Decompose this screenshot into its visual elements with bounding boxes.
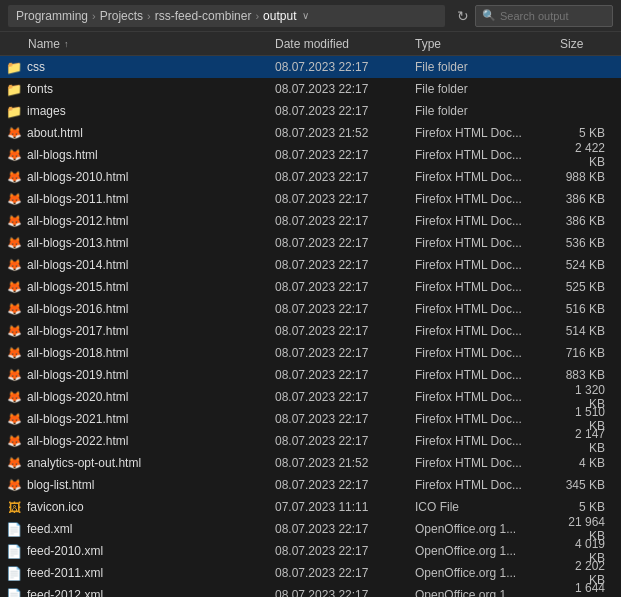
file-name-cell: 🦊 all-blogs.html [0, 147, 275, 163]
file-name: all-blogs-2019.html [27, 368, 128, 382]
col-header-size[interactable]: Size [560, 37, 621, 51]
file-type: Firefox HTML Doc... [415, 434, 560, 448]
file-name-cell: 🦊 blog-list.html [0, 477, 275, 493]
table-row[interactable]: 📄 feed.xml 08.07.2023 22:17 OpenOffice.o… [0, 518, 621, 540]
html-icon: 🦊 [6, 389, 22, 405]
file-name-cell: 🦊 all-blogs-2015.html [0, 279, 275, 295]
file-name: all-blogs-2011.html [27, 192, 128, 206]
file-type: ICO File [415, 500, 560, 514]
table-row[interactable]: 🖼 favicon.ico 07.07.2023 11:11 ICO File … [0, 496, 621, 518]
file-date: 08.07.2023 22:17 [275, 60, 415, 74]
sort-arrow-icon: ↑ [64, 39, 69, 49]
html-icon: 🦊 [6, 323, 22, 339]
file-date: 08.07.2023 21:52 [275, 126, 415, 140]
chevron-down-icon[interactable]: ∨ [302, 10, 309, 21]
column-headers: Name ↑ Date modified Type Size [0, 32, 621, 56]
html-icon: 🦊 [6, 455, 22, 471]
col-header-date[interactable]: Date modified [275, 37, 415, 51]
breadcrumb-projects[interactable]: Projects [100, 9, 143, 23]
breadcrumb-output[interactable]: output [263, 9, 296, 23]
html-icon: 🦊 [6, 279, 22, 295]
breadcrumb-sep-0: › [92, 10, 96, 22]
table-row[interactable]: 🦊 all-blogs-2015.html 08.07.2023 22:17 F… [0, 276, 621, 298]
file-name-cell: 📁 images [0, 103, 275, 119]
file-date: 08.07.2023 22:17 [275, 280, 415, 294]
file-type: Firefox HTML Doc... [415, 412, 560, 426]
file-name-cell: 🦊 all-blogs-2014.html [0, 257, 275, 273]
col-header-name[interactable]: Name ↑ [0, 37, 275, 51]
refresh-button[interactable]: ↻ [451, 8, 475, 24]
table-row[interactable]: 🦊 all-blogs.html 08.07.2023 22:17 Firefo… [0, 144, 621, 166]
file-type: Firefox HTML Doc... [415, 214, 560, 228]
file-type: Firefox HTML Doc... [415, 368, 560, 382]
html-icon: 🦊 [6, 345, 22, 361]
html-icon: 🦊 [6, 191, 22, 207]
html-icon: 🦊 [6, 301, 22, 317]
file-date: 08.07.2023 22:17 [275, 258, 415, 272]
table-row[interactable]: 🦊 all-blogs-2017.html 08.07.2023 22:17 F… [0, 320, 621, 342]
file-name-cell: 🖼 favicon.ico [0, 499, 275, 515]
breadcrumb-rss[interactable]: rss-feed-combiner [155, 9, 252, 23]
breadcrumb-sep-2: › [255, 10, 259, 22]
folder-icon: 📁 [6, 81, 22, 97]
file-type: Firefox HTML Doc... [415, 126, 560, 140]
file-size: 5 KB [560, 126, 621, 140]
file-date: 08.07.2023 22:17 [275, 214, 415, 228]
search-box[interactable]: 🔍 [475, 5, 613, 27]
file-name-cell: 🦊 all-blogs-2012.html [0, 213, 275, 229]
file-date: 08.07.2023 21:52 [275, 456, 415, 470]
file-type: Firefox HTML Doc... [415, 324, 560, 338]
table-row[interactable]: 🦊 all-blogs-2016.html 08.07.2023 22:17 F… [0, 298, 621, 320]
file-name: feed-2010.xml [27, 544, 103, 558]
file-list: 📁 css 08.07.2023 22:17 File folder 📁 fon… [0, 56, 621, 597]
table-row[interactable]: 🦊 about.html 08.07.2023 21:52 Firefox HT… [0, 122, 621, 144]
file-size: 883 KB [560, 368, 621, 382]
file-name: feed-2012.xml [27, 588, 103, 597]
table-row[interactable]: 📄 feed-2011.xml 08.07.2023 22:17 OpenOff… [0, 562, 621, 584]
col-header-type[interactable]: Type [415, 37, 560, 51]
table-row[interactable]: 🦊 all-blogs-2014.html 08.07.2023 22:17 F… [0, 254, 621, 276]
file-name: all-blogs-2018.html [27, 346, 128, 360]
table-row[interactable]: 🦊 all-blogs-2018.html 08.07.2023 22:17 F… [0, 342, 621, 364]
file-date: 08.07.2023 22:17 [275, 412, 415, 426]
file-name-cell: 🦊 all-blogs-2011.html [0, 191, 275, 207]
table-row[interactable]: 🦊 all-blogs-2011.html 08.07.2023 22:17 F… [0, 188, 621, 210]
breadcrumb[interactable]: Programming › Projects › rss-feed-combin… [8, 5, 445, 27]
file-date: 08.07.2023 22:17 [275, 434, 415, 448]
file-size: 386 KB [560, 214, 621, 228]
file-name: all-blogs-2014.html [27, 258, 128, 272]
table-row[interactable]: 📁 images 08.07.2023 22:17 File folder [0, 100, 621, 122]
table-row[interactable]: 📁 css 08.07.2023 22:17 File folder [0, 56, 621, 78]
table-row[interactable]: 🦊 all-blogs-2021.html 08.07.2023 22:17 F… [0, 408, 621, 430]
table-row[interactable]: 🦊 analytics-opt-out.html 08.07.2023 21:5… [0, 452, 621, 474]
table-row[interactable]: 🦊 all-blogs-2013.html 08.07.2023 22:17 F… [0, 232, 621, 254]
search-input[interactable] [500, 10, 600, 22]
file-name-cell: 🦊 all-blogs-2021.html [0, 411, 275, 427]
file-size: 386 KB [560, 192, 621, 206]
file-date: 08.07.2023 22:17 [275, 544, 415, 558]
file-size: 536 KB [560, 236, 621, 250]
file-name-cell: 📁 css [0, 59, 275, 75]
table-row[interactable]: 🦊 all-blogs-2010.html 08.07.2023 22:17 F… [0, 166, 621, 188]
breadcrumb-programming[interactable]: Programming [16, 9, 88, 23]
table-row[interactable]: 🦊 all-blogs-2019.html 08.07.2023 22:17 F… [0, 364, 621, 386]
file-name: all-blogs-2021.html [27, 412, 128, 426]
table-row[interactable]: 📄 feed-2010.xml 08.07.2023 22:17 OpenOff… [0, 540, 621, 562]
file-name: feed.xml [27, 522, 72, 536]
file-name-cell: 🦊 all-blogs-2016.html [0, 301, 275, 317]
table-row[interactable]: 🦊 all-blogs-2012.html 08.07.2023 22:17 F… [0, 210, 621, 232]
file-size: 716 KB [560, 346, 621, 360]
file-date: 08.07.2023 22:17 [275, 148, 415, 162]
file-size: 1 644 KB [560, 581, 621, 597]
file-name-cell: 🦊 about.html [0, 125, 275, 141]
file-name: about.html [27, 126, 83, 140]
file-date: 07.07.2023 11:11 [275, 500, 415, 514]
file-name: favicon.ico [27, 500, 84, 514]
table-row[interactable]: 📁 fonts 08.07.2023 22:17 File folder [0, 78, 621, 100]
file-date: 08.07.2023 22:17 [275, 478, 415, 492]
table-row[interactable]: 🦊 all-blogs-2022.html 08.07.2023 22:17 F… [0, 430, 621, 452]
table-row[interactable]: 🦊 all-blogs-2020.html 08.07.2023 22:17 F… [0, 386, 621, 408]
table-row[interactable]: 📄 feed-2012.xml 08.07.2023 22:17 OpenOff… [0, 584, 621, 597]
html-icon: 🦊 [6, 411, 22, 427]
table-row[interactable]: 🦊 blog-list.html 08.07.2023 22:17 Firefo… [0, 474, 621, 496]
